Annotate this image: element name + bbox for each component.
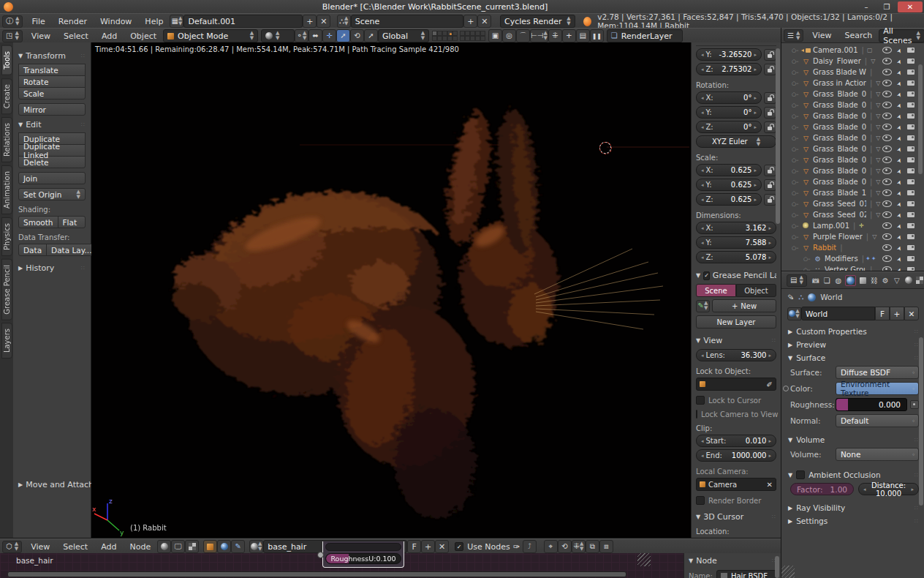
unlink-world-button[interactable]: ✕ xyxy=(904,307,919,320)
screen-close-button[interactable]: ✕ xyxy=(317,15,330,28)
gp-new-button[interactable]: +New xyxy=(712,299,776,312)
outliner-scrollbar[interactable] xyxy=(918,64,923,174)
visibility-eye-icon[interactable] xyxy=(882,200,892,207)
scale-field[interactable]: X:0.625 xyxy=(696,164,762,176)
expand-dot-icon[interactable] xyxy=(792,179,801,185)
use-nodes-checkbox[interactable]: ✓ xyxy=(455,542,463,551)
renderability-camera-icon[interactable] xyxy=(907,80,914,86)
modifiers-context-icon[interactable]: ⚙ xyxy=(881,276,891,285)
renderability-camera-icon[interactable] xyxy=(907,234,914,239)
outliner-row[interactable]: Grass_Blade_08 | xyxy=(781,165,924,176)
viewport-shading-select[interactable]: ▲▼ xyxy=(261,29,295,42)
renderability-camera-icon[interactable] xyxy=(907,157,914,162)
menu-render[interactable]: Render xyxy=(52,17,94,26)
panel-transform-header[interactable]: ▼Transform∷ xyxy=(18,51,86,61)
renderability-camera-icon[interactable] xyxy=(907,48,914,53)
panel-3d-cursor-header[interactable]: ▼3D Cursor∷ xyxy=(696,512,776,522)
outliner-row[interactable]: Grass_Blade_09 | xyxy=(781,176,924,187)
visibility-eye-icon[interactable] xyxy=(882,233,892,240)
properties-scrollbar[interactable] xyxy=(919,337,923,506)
clear-camera-icon[interactable]: ✕ xyxy=(767,481,773,489)
selectability-pointer-icon[interactable] xyxy=(897,145,902,153)
outliner-row[interactable]: Grass_Blade_02 | xyxy=(781,100,924,110)
view3d-menu-view[interactable]: View xyxy=(25,31,57,41)
outliner-row[interactable]: Grass_Blade_06 | xyxy=(781,143,924,154)
outliner-row[interactable]: Purple Flower | xyxy=(781,231,924,242)
renderability-camera-icon[interactable] xyxy=(907,59,914,64)
renderability-camera-icon[interactable] xyxy=(907,113,914,119)
material-context-icon[interactable] xyxy=(904,276,914,285)
view3d-menu-add[interactable]: Add xyxy=(95,31,124,41)
view3d-menu-object[interactable]: Object xyxy=(124,31,163,41)
visibility-eye-icon[interactable] xyxy=(882,58,892,64)
panel-preview[interactable]: ▶Preview∷ xyxy=(781,338,924,351)
menu-help[interactable]: Help xyxy=(138,17,170,26)
dimension-field[interactable]: X:3.162 xyxy=(696,222,776,234)
selectability-pointer-icon[interactable] xyxy=(897,79,902,87)
npanel-scrollbar[interactable] xyxy=(776,48,780,224)
outliner-row[interactable]: Grass_Seed_02 | xyxy=(781,209,924,220)
scene-field[interactable]: Scene xyxy=(351,15,464,28)
visibility-eye-icon[interactable] xyxy=(882,69,892,75)
view3d-menu-select[interactable]: Select xyxy=(57,31,95,41)
visibility-eye-icon[interactable] xyxy=(882,146,892,152)
lock-cursor-checkbox[interactable] xyxy=(696,396,705,405)
restore-button[interactable]: ❐ xyxy=(877,1,896,12)
expand-dot-icon[interactable] xyxy=(792,245,801,251)
normal-select[interactable]: Default xyxy=(836,414,919,427)
outliner-row[interactable]: Grass_Blade_05 | xyxy=(781,132,924,143)
linestyle-shader-icon[interactable]: ✎ xyxy=(231,540,245,553)
outliner-filter-select[interactable]: All Scenes▲▼ xyxy=(879,29,924,42)
tab-create[interactable]: Create xyxy=(1,78,12,114)
layers-widget[interactable] xyxy=(432,31,485,41)
world-browse-icon[interactable]: ▲▼ xyxy=(787,307,801,320)
expand-dot-icon[interactable] xyxy=(792,135,801,141)
manipulator-rotate-icon[interactable]: ⟲ xyxy=(350,29,364,42)
node-menu-select[interactable]: Select xyxy=(56,542,94,552)
expand-dot-icon[interactable] xyxy=(792,70,801,75)
expand-dot-icon[interactable] xyxy=(792,124,801,130)
viewport-3d[interactable]: z x y Time:04:51.66 | Remaining:06:28.47… xyxy=(91,42,691,538)
surface-shader-select[interactable]: Diffuse BSDF xyxy=(836,366,919,379)
node-npanel-scrollbar[interactable] xyxy=(775,556,779,578)
visibility-eye-icon[interactable] xyxy=(882,113,892,119)
outliner-row[interactable]: Modifiers | xyxy=(781,253,924,264)
renderability-camera-icon[interactable] xyxy=(907,212,914,217)
expand-dot-icon[interactable] xyxy=(792,168,801,174)
expand-dot-icon[interactable] xyxy=(792,91,801,97)
data-button[interactable]: Data xyxy=(18,244,47,256)
panel-settings[interactable]: ▶Settings∷ xyxy=(781,514,924,528)
material-unlink-button[interactable]: ✕ xyxy=(435,540,449,553)
join-button[interactable]: Join xyxy=(18,172,86,184)
selectability-pointer-icon[interactable] xyxy=(897,200,902,208)
outliner-row[interactable]: Grass_Blade_04 | xyxy=(781,121,924,132)
selectability-pointer-icon[interactable] xyxy=(897,57,902,65)
location-field[interactable]: Z:2.75302 xyxy=(696,63,762,75)
ao-distance-field[interactable]: Distance: 10.000 xyxy=(858,483,919,495)
panel-move-attach-header[interactable]: ▶Move and Attach xyxy=(18,480,86,489)
lock-icon[interactable] xyxy=(764,165,776,176)
world-context-icon[interactable] xyxy=(845,275,857,286)
gp-new-layer-button[interactable]: New Layer xyxy=(696,315,776,329)
location-field[interactable]: Y:-3.26520 xyxy=(696,48,762,61)
tab-relations[interactable]: Relations xyxy=(1,117,12,162)
visibility-eye-icon[interactable] xyxy=(882,179,892,185)
ao-checkbox[interactable] xyxy=(796,470,805,479)
fake-user-button[interactable]: F xyxy=(875,307,890,320)
lock-to-object-field[interactable]: ✐ xyxy=(696,378,776,391)
selectability-pointer-icon[interactable] xyxy=(897,178,902,186)
panel-history-header[interactable]: ▶History∷ xyxy=(18,263,86,273)
selected-node[interactable]: RoughnessU:0.100 xyxy=(322,541,404,568)
gp-object-toggle[interactable]: Object xyxy=(736,284,776,297)
panel-view-header[interactable]: ▼View∷ xyxy=(696,336,776,345)
renderability-camera-icon[interactable] xyxy=(907,179,914,184)
visibility-eye-icon[interactable] xyxy=(882,211,892,218)
scale-field[interactable]: Y:0.625 xyxy=(696,179,762,191)
material-browse-icon[interactable]: ▲▼ xyxy=(249,540,263,553)
expand-dot-icon[interactable] xyxy=(792,59,801,64)
selectability-pointer-icon[interactable] xyxy=(897,68,902,76)
manipulator-move-icon[interactable]: ➚ xyxy=(336,29,350,42)
visibility-eye-icon[interactable] xyxy=(882,244,892,251)
renderability-camera-icon[interactable] xyxy=(907,124,914,130)
compositing-nodes-icon[interactable]: 🖵 xyxy=(171,540,185,553)
